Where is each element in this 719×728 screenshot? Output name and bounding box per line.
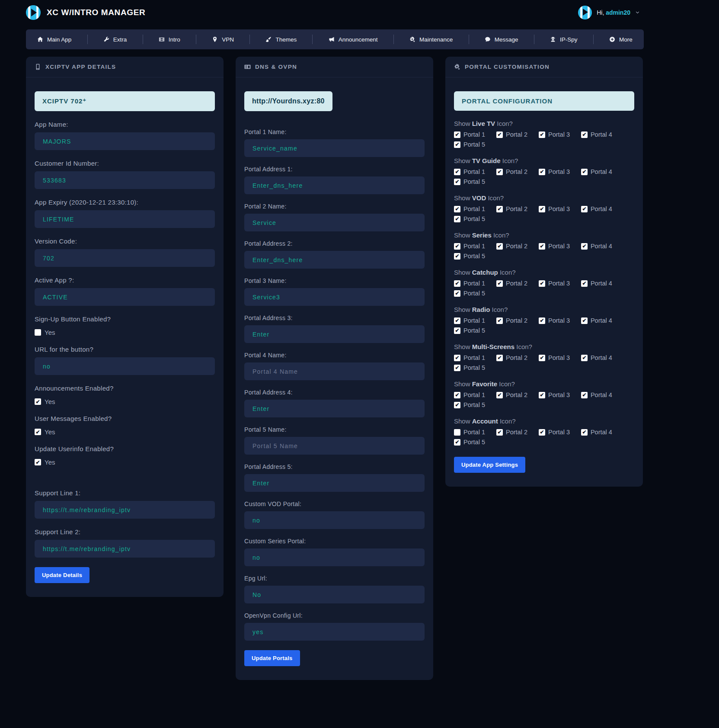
vod-portal-2-checkbox[interactable] [496,206,503,212]
tv-guide-portal-2-checkbox[interactable] [496,169,503,175]
portal-5-name-input[interactable] [244,437,425,455]
series-portal-4-checkbox[interactable] [581,243,588,250]
active-app-input[interactable] [35,288,215,306]
signup-button-enabled-checkbox[interactable] [35,329,41,336]
favorite-portal-2-checkbox[interactable] [496,392,503,398]
multi-screens-portal-3-checkbox[interactable] [539,355,545,361]
catchup-portal-3-checkbox[interactable] [539,280,545,287]
live-tv-portal-5-checkbox[interactable] [454,141,460,148]
vod-portal-3-checkbox[interactable] [539,206,545,212]
url-for-button-input[interactable] [35,357,215,375]
support-line-2-input[interactable] [35,540,215,558]
radio-portal-3-checkbox[interactable] [539,317,545,324]
portal-address-5-input[interactable] [244,474,425,492]
nav-item-main-app[interactable]: Main App [32,36,77,43]
username: admin20 [606,9,630,16]
portal-address-3-input[interactable] [244,325,425,343]
support-line-1-input[interactable] [35,501,215,519]
customer-id-number-label: Customer Id Number: [35,160,215,167]
announcements-enabled-checkbox[interactable] [35,398,41,405]
radio-portal-4-checkbox[interactable] [581,317,588,324]
vod-portal-1-checkbox[interactable] [454,206,460,212]
custom-vod-portal-input[interactable] [244,511,425,529]
signup-button-enabled-option-label: Yes [45,329,55,336]
favorite-portal-3: Portal 3 [539,391,570,398]
show-catchup-question: Show Catchup Icon? [454,269,634,276]
tv-guide-portal-4-checkbox[interactable] [581,169,588,175]
nav-item-more[interactable]: More [604,36,638,43]
catchup-portal-1-checkbox[interactable] [454,280,460,287]
multi-screens-portal-2-checkbox[interactable] [496,355,503,361]
custom-series-portal-input[interactable] [244,548,425,566]
account-portal-2-checkbox[interactable] [496,429,503,436]
vod-feature-name: VOD [472,194,486,202]
update-details-button[interactable]: Update Details [35,567,89,583]
tv-guide-portal-1-checkbox[interactable] [454,169,460,175]
portal-label: Portal 5 [463,253,485,260]
vod-portal-5-checkbox[interactable] [454,216,460,222]
nav-item-vpn[interactable]: VPN [207,36,239,43]
app-name-input[interactable] [35,132,215,150]
account-portal-5-checkbox[interactable] [454,439,460,446]
gears-icon [454,64,460,70]
series-portal-1: Portal 1 [454,243,485,250]
series-portal-2-checkbox[interactable] [496,243,503,250]
live-tv-portal-1-checkbox[interactable] [454,131,460,138]
favorite-portal-5-checkbox[interactable] [454,402,460,408]
portal-1-name-input[interactable] [244,139,425,157]
question-suffix: Icon? [500,417,516,425]
nav-item-maintenance[interactable]: Maintenance [404,36,458,43]
account-portal-1-checkbox[interactable] [454,429,460,436]
tv-guide-portal-5: Portal 5 [454,178,485,185]
catchup-portal-2-checkbox[interactable] [496,280,503,287]
greeting-text: Hi, [597,9,604,16]
radio-portal-2-checkbox[interactable] [496,317,503,324]
account-portal-4-checkbox[interactable] [581,429,588,436]
series-feature-name: Series [472,231,492,239]
series-portal-5-checkbox[interactable] [454,253,460,260]
version-code-input[interactable] [35,249,215,267]
portal-4-name-input[interactable] [244,362,425,380]
series-portal-1-checkbox[interactable] [454,243,460,250]
favorite-portal-3-checkbox[interactable] [539,392,545,398]
nav-divider [196,35,196,44]
nav-item-extra[interactable]: Extra [98,36,132,43]
nav-item-intro[interactable]: Intro [153,36,185,43]
nav-item-themes[interactable]: Themes [260,36,302,43]
catchup-portal-5-checkbox[interactable] [454,290,460,297]
user-menu[interactable]: Hi, admin20 [578,6,640,19]
user-messages-enabled-checkbox[interactable] [35,429,41,435]
portal-3-name-input[interactable] [244,288,425,306]
app-expiry-input[interactable] [35,210,215,228]
portal-address-4-input[interactable] [244,400,425,417]
portal-2-name-input[interactable] [244,214,425,231]
vod-portal-4-checkbox[interactable] [581,206,588,212]
tv-guide-portal-5-checkbox[interactable] [454,179,460,185]
account-portal-3-checkbox[interactable] [539,429,545,436]
favorite-portal-4-checkbox[interactable] [581,392,588,398]
live-tv-portal-3-checkbox[interactable] [539,131,545,138]
multi-screens-portal-1-checkbox[interactable] [454,355,460,361]
multi-screens-portal-4-checkbox[interactable] [581,355,588,361]
epg-url-input[interactable] [244,586,425,603]
live-tv-portal-4-checkbox[interactable] [581,131,588,138]
customer-id-number-input[interactable] [35,171,215,189]
multi-screens-portal-5-checkbox[interactable] [454,365,460,371]
favorite-portal-1-checkbox[interactable] [454,392,460,398]
catchup-portal-4-checkbox[interactable] [581,280,588,287]
radio-portal-5-checkbox[interactable] [454,327,460,334]
openvpn-config-url-input[interactable] [244,623,425,641]
portal-address-2-input[interactable] [244,251,425,269]
portal-label: Portal 1 [463,429,485,436]
nav-item-announcement[interactable]: Announcement [323,36,383,43]
tv-guide-portal-3-checkbox[interactable] [539,169,545,175]
update-portals-button[interactable]: Update Portals [244,650,300,666]
live-tv-portal-2-checkbox[interactable] [496,131,503,138]
series-portal-3-checkbox[interactable] [539,243,545,250]
update-userinfo-enabled-checkbox[interactable] [35,459,41,465]
portal-address-1-input[interactable] [244,176,425,194]
nav-item-ip-spy[interactable]: IP-Spy [545,36,583,43]
radio-portal-1-checkbox[interactable] [454,317,460,324]
nav-item-message[interactable]: Message [479,36,524,43]
update-app-settings-button[interactable]: Update App Settings [454,457,525,473]
